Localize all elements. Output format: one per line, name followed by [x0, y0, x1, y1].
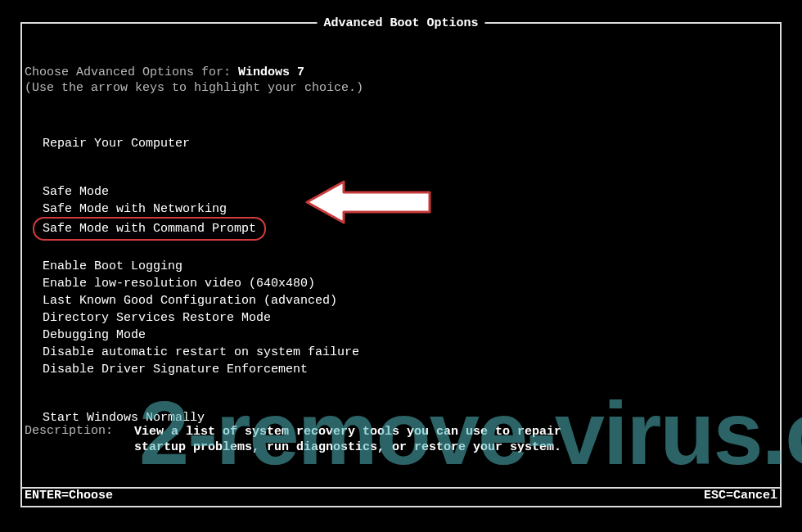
screen-title: Advanced Boot Options	[317, 16, 484, 30]
choose-prefix: Choose Advanced Options for:	[25, 65, 238, 79]
footer-bar: ENTER=Choose ESC=Cancel	[25, 489, 777, 503]
description-label: Description:	[25, 424, 134, 455]
footer-enter: ENTER=Choose	[25, 489, 113, 503]
footer-esc: ESC=Cancel	[704, 489, 777, 503]
arrow-annotation-icon	[303, 169, 438, 231]
border-bottom	[20, 506, 782, 507]
option-debugging[interactable]: Debugging Mode	[43, 327, 777, 343]
option-disable-restart[interactable]: Disable automatic restart on system fail…	[43, 345, 777, 360]
option-ds-restore[interactable]: Directory Services Restore Mode	[43, 310, 777, 326]
choose-line: Choose Advanced Options for: Windows 7	[25, 65, 777, 79]
option-disable-sig[interactable]: Disable Driver Signature Enforcement	[43, 362, 777, 377]
option-boot-logging[interactable]: Enable Boot Logging	[43, 259, 777, 274]
option-repair[interactable]: Repair Your Computer	[43, 136, 777, 151]
highlighted-option[interactable]: Safe Mode with Command Prompt	[33, 217, 266, 241]
hint-line: (Use the arrow keys to highlight your ch…	[25, 81, 777, 95]
os-name: Windows 7	[238, 65, 304, 79]
description-block: Description: View a list of system recov…	[25, 424, 592, 455]
option-last-known[interactable]: Last Known Good Configuration (advanced)	[43, 293, 777, 309]
border-right	[780, 22, 782, 507]
description-text: View a list of system recovery tools you…	[134, 424, 592, 455]
option-low-res[interactable]: Enable low-resolution video (640x480)	[43, 276, 777, 291]
border-left	[20, 22, 22, 507]
